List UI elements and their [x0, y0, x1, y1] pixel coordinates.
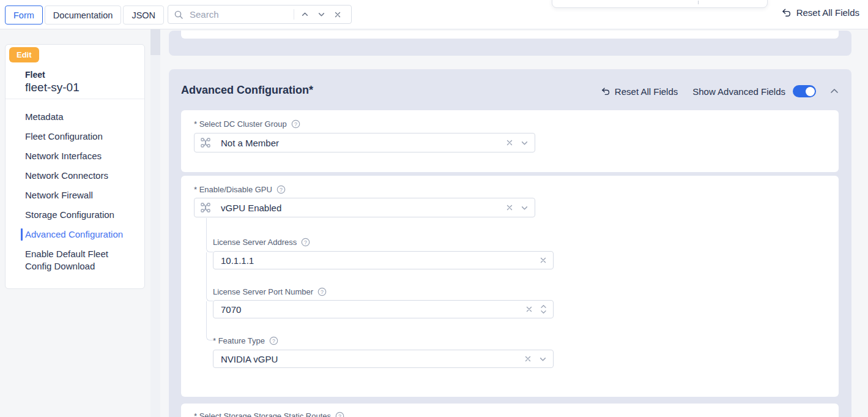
sidebar-item-storage-configuration[interactable]: Storage Configuration: [6, 205, 144, 225]
license-port-label: License Server Port Number: [213, 287, 313, 296]
feature-type-label: * Feature Type: [213, 336, 265, 345]
advanced-configuration-section: Advanced Configuration* Reset All Fields…: [169, 69, 851, 417]
gpu-label: * Enable/Disable GPU: [194, 185, 272, 194]
svg-text:?: ?: [321, 289, 324, 295]
license-address-label-row: License Server Address ?: [213, 238, 310, 247]
help-icon[interactable]: ?: [335, 411, 344, 417]
sidebar-item-advanced-configuration[interactable]: Advanced Configuration: [6, 225, 144, 244]
feature-type-value: NVIDIA vGPU: [221, 354, 278, 364]
svg-text:?: ?: [280, 187, 283, 193]
search-box[interactable]: [168, 5, 352, 24]
chevron-down-icon[interactable]: [521, 139, 529, 147]
clear-icon[interactable]: [525, 306, 533, 313]
next-match-icon[interactable]: [313, 10, 330, 18]
svg-text:?: ?: [304, 239, 307, 246]
main-scrollbar-track[interactable]: [150, 29, 160, 417]
undo-icon: [601, 86, 610, 96]
section-nav: Metadata Fleet Configuration Network Int…: [6, 107, 144, 276]
cluster-icon: [201, 138, 210, 148]
help-icon[interactable]: ?: [291, 119, 300, 129]
sidebar-item-network-connectors[interactable]: Network Connectors: [6, 166, 144, 186]
tab-documentation[interactable]: Documentation: [45, 6, 122, 24]
undo-icon: [781, 7, 792, 18]
dc-cluster-group-label-row: * Select DC Cluster Group ?: [194, 119, 300, 129]
clear-icon[interactable]: [506, 139, 513, 146]
feature-type-select[interactable]: NVIDIA vGPU: [213, 350, 554, 368]
search-input[interactable]: [188, 9, 290, 20]
section-reset-all-fields-button[interactable]: Reset All Fields: [601, 86, 678, 97]
view-tab-group: Form Documentation JSON: [5, 6, 164, 24]
gpu-select[interactable]: vGPU Enabled: [194, 198, 535, 217]
reset-all-fields-label: Reset All Fields: [796, 7, 859, 18]
previous-section-card-bottom: [181, 31, 839, 39]
storage-static-routes-label: * Select Storage Storage Static Routes: [194, 411, 331, 417]
show-advanced-fields-label: Show Advanced Fields: [692, 86, 785, 97]
license-address-label: License Server Address: [213, 238, 297, 247]
tree-connector: [206, 218, 213, 252]
sidebar-item-network-firewall[interactable]: Network Firewall: [6, 186, 144, 205]
chevron-down-icon[interactable]: [539, 355, 547, 363]
help-icon[interactable]: ?: [276, 185, 286, 194]
dc-cluster-group-value: Not a Member: [221, 138, 279, 148]
section-header-actions: Reset All Fields Show Advanced Fields: [601, 85, 839, 97]
top-bar: Form Documentation JSON Reset All Fields: [0, 0, 868, 29]
tab-json[interactable]: JSON: [123, 6, 164, 24]
section-reset-label: Reset All Fields: [615, 86, 678, 97]
license-port-label-row: License Server Port Number ?: [213, 287, 327, 296]
dc-cluster-group-card: * Select DC Cluster Group ? Not a Member: [181, 110, 839, 172]
sidebar-divider: [6, 99, 144, 99]
sidebar-item-enable-default-fleet-config-download[interactable]: Enable Default Fleet Config Download: [6, 244, 144, 276]
sidebar-item-fleet-configuration[interactable]: Fleet Configuration: [6, 127, 144, 146]
tree-connector: [206, 252, 213, 301]
number-stepper[interactable]: [540, 304, 547, 314]
section-title: Advanced Configuration*: [181, 84, 313, 97]
dc-cluster-group-label: * Select DC Cluster Group: [194, 119, 287, 129]
license-address-input[interactable]: 10.1.1.1: [213, 251, 554, 269]
clear-icon[interactable]: [524, 355, 532, 363]
help-icon[interactable]: ?: [301, 238, 310, 247]
svg-text:?: ?: [338, 413, 341, 417]
entity-name: fleet-sy-01: [25, 81, 80, 94]
help-icon[interactable]: ?: [317, 287, 327, 296]
prev-match-icon[interactable]: [297, 10, 313, 18]
previous-section-bottom: [169, 31, 851, 56]
show-advanced-toggle[interactable]: [793, 85, 816, 97]
popup-caret: [698, 1, 699, 4]
fleet-nav-card: Edit Fleet fleet-sy-01 Metadata Fleet Co…: [5, 44, 145, 289]
cluster-icon: [201, 203, 210, 212]
clear-icon[interactable]: [506, 204, 513, 211]
reset-all-fields-button[interactable]: Reset All Fields: [781, 7, 859, 18]
storage-static-routes-card: * Select Storage Storage Static Routes ?: [181, 404, 839, 417]
search-icon: [174, 10, 184, 20]
gpu-value: vGPU Enabled: [221, 203, 281, 213]
cut-off-popup: [552, 0, 768, 8]
clear-icon[interactable]: [540, 257, 547, 264]
sidebar-item-network-interfaces[interactable]: Network Interfaces: [6, 146, 144, 166]
tab-form[interactable]: Form: [5, 6, 43, 24]
sidebar-item-metadata[interactable]: Metadata: [6, 107, 144, 127]
help-icon[interactable]: ?: [269, 336, 278, 345]
search-divider: [294, 9, 294, 20]
license-port-value: 7070: [221, 304, 241, 315]
main-scrollbar-thumb[interactable]: [150, 29, 160, 55]
toggle-knob: [806, 87, 815, 96]
license-address-value: 10.1.1.1: [221, 255, 254, 266]
svg-text:?: ?: [272, 338, 275, 344]
feature-type-label-row: * Feature Type ?: [213, 336, 278, 345]
storage-static-routes-label-row: * Select Storage Storage Static Routes ?: [194, 411, 344, 417]
entity-type-label: Fleet: [25, 70, 45, 80]
gpu-card: * Enable/Disable GPU ? vGPU Enabled Lice…: [181, 176, 839, 397]
gpu-label-row: * Enable/Disable GPU ?: [194, 185, 286, 194]
collapse-section-button[interactable]: [829, 86, 839, 96]
tree-connector: [206, 301, 213, 340]
license-port-input[interactable]: 7070: [213, 300, 554, 318]
dc-cluster-group-select[interactable]: Not a Member: [194, 133, 535, 152]
chevron-down-icon[interactable]: [521, 204, 529, 212]
edit-badge: Edit: [9, 47, 39, 62]
svg-text:?: ?: [294, 121, 297, 127]
close-search-icon[interactable]: [330, 11, 346, 18]
